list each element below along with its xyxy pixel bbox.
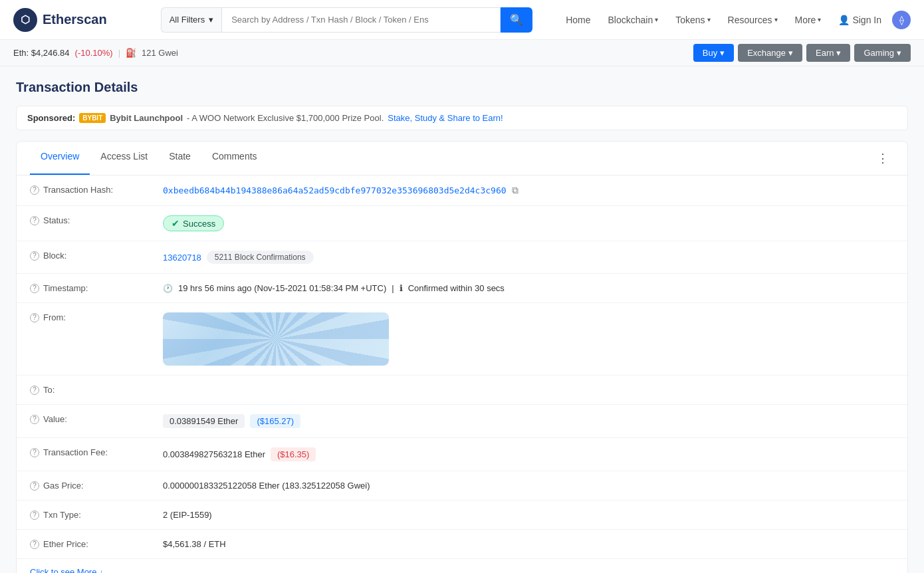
help-icon[interactable]: ?: [30, 415, 39, 424]
nav-more[interactable]: More ▾: [788, 11, 828, 29]
help-icon[interactable]: ?: [30, 511, 39, 520]
status-row: ? Status: ✔ Success: [17, 206, 907, 241]
chevron-down-icon: ▾: [774, 16, 778, 23]
exchange-button[interactable]: Exchange ▾: [738, 44, 802, 62]
to-label: ? To:: [30, 385, 163, 395]
logo-text: Etherscan: [43, 12, 107, 27]
help-icon[interactable]: ?: [30, 185, 39, 195]
help-icon[interactable]: ?: [30, 448, 39, 457]
value-label: ? Value:: [30, 414, 163, 424]
tx-hash-label: ? Transaction Hash:: [30, 185, 163, 195]
nav-blockchain[interactable]: Blockchain ▾: [602, 11, 665, 29]
help-icon[interactable]: ?: [30, 284, 39, 293]
timestamp-label: ? Timestamp:: [30, 283, 163, 293]
status-label: ? Status:: [30, 215, 163, 225]
logo-icon: ⬡: [13, 8, 37, 32]
ethereum-icon: ⟠: [892, 11, 911, 29]
eth-price: Eth: $4,246.84: [13, 48, 70, 58]
chevron-down-icon: ▾: [655, 16, 658, 23]
search-area: All Filters ▾ 🔍: [161, 7, 532, 33]
status-value: ✔ Success: [163, 215, 224, 231]
earn-button[interactable]: Earn ▾: [806, 44, 850, 62]
gas-price-label: ? Gas Price:: [30, 481, 163, 491]
tx-fee-row: ? Transaction Fee: 0.003849827563218 Eth…: [17, 438, 907, 471]
sponsor-company: Bybit Launchpool: [110, 113, 183, 123]
chevron-down-icon: ▾: [720, 48, 725, 58]
check-icon: ✔: [172, 218, 179, 229]
page-title: Transaction Details: [16, 80, 138, 95]
tab-state[interactable]: State: [158, 142, 201, 175]
block-value: 13620718 5211 Block Confirmations: [163, 251, 314, 264]
search-input[interactable]: [221, 7, 501, 33]
nav-tokens[interactable]: Tokens ▾: [669, 11, 717, 29]
sponsor-cta[interactable]: Stake, Study & Share to Earn!: [388, 113, 503, 123]
block-row: ? Block: 13620718 5211 Block Confirmatio…: [17, 241, 907, 274]
help-icon[interactable]: ?: [30, 216, 39, 225]
chevron-down-icon: ▾: [788, 48, 793, 58]
chevron-down-icon: ▾: [836, 48, 841, 58]
buy-button[interactable]: Buy ▾: [693, 44, 734, 62]
transaction-card: Overview Access List State Comments ⋮ ? …: [16, 141, 908, 573]
search-button[interactable]: 🔍: [501, 7, 532, 33]
filter-dropdown[interactable]: All Filters ▾: [161, 7, 221, 33]
ether-price-value: $4,561.38 / ETH: [163, 539, 226, 549]
page-title-row: Transaction Details: [16, 80, 908, 95]
main-content: Transaction Details Sponsored: BYBIT Byb…: [0, 66, 924, 573]
blur-visual: [163, 312, 389, 366]
gas-icon: ⛽: [126, 48, 136, 58]
tx-hash-value: 0xbeedb684b44b194388e86a64a52ad59cdbfe97…: [163, 185, 519, 196]
timestamp-row: ? Timestamp: 🕐 19 hrs 56 mins ago (Nov-1…: [17, 274, 907, 303]
gaming-button[interactable]: Gaming ▾: [854, 44, 911, 62]
sign-in-link[interactable]: 👤 Sign In: [832, 11, 888, 29]
logo[interactable]: ⬡ Etherscan: [13, 8, 107, 32]
from-row: ? From:: [17, 303, 907, 376]
from-label: ? From:: [30, 312, 163, 322]
click-to-see-more[interactable]: Click to see More ↓: [17, 559, 907, 573]
clock-icon: 🕐: [163, 284, 173, 293]
block-number-link[interactable]: 13620718: [163, 253, 201, 263]
nav: Home Blockchain ▾ Tokens ▾ Resources ▾ M…: [559, 11, 911, 29]
tab-access-list[interactable]: Access List: [90, 142, 158, 175]
block-label: ? Block:: [30, 251, 163, 261]
help-icon[interactable]: ?: [30, 540, 39, 549]
gwei-label: 121 Gwei: [142, 48, 178, 58]
sponsor-desc: - A WOO Network Exclusive $1,700,000 Pri…: [187, 113, 384, 123]
header: ⬡ Etherscan All Filters ▾ 🔍 Home Blockch…: [0, 0, 924, 40]
tx-fee-value: 0.003849827563218 Ether ($16.35): [163, 447, 316, 461]
value-usd-badge: ($165.27): [250, 414, 300, 428]
user-icon: 👤: [838, 15, 850, 25]
chevron-down-icon: ▾: [818, 16, 821, 23]
value-row: ? Value: 0.03891549 Ether ($165.27): [17, 405, 907, 438]
help-icon[interactable]: ?: [30, 481, 39, 491]
tabs: Overview Access List State Comments ⋮: [17, 142, 907, 175]
bybit-logo: BYBIT: [79, 113, 106, 123]
chevron-down-icon: ▾: [897, 48, 901, 58]
from-value: [163, 312, 389, 366]
help-icon[interactable]: ?: [30, 251, 39, 261]
timestamp-value: 🕐 19 hrs 56 mins ago (Nov-15-2021 01:58:…: [163, 283, 505, 293]
action-buttons: Buy ▾ Exchange ▾ Earn ▾ Gaming ▾: [693, 44, 911, 62]
arrow-down-icon: ↓: [99, 567, 104, 573]
sub-header: Eth: $4,246.84 (-10.10%) | ⛽ 121 Gwei Bu…: [0, 40, 924, 66]
tab-overview[interactable]: Overview: [30, 142, 90, 175]
nav-home[interactable]: Home: [559, 11, 597, 29]
confirm-icon: ℹ: [400, 283, 403, 293]
nav-resources[interactable]: Resources ▾: [721, 11, 784, 29]
help-icon[interactable]: ?: [30, 386, 39, 395]
sponsored-bar: Sponsored: BYBIT Bybit Launchpool - A WO…: [16, 106, 908, 130]
chevron-down-icon: ▾: [209, 15, 213, 25]
value-eth-badge: 0.03891549 Ether: [163, 414, 245, 428]
chevron-down-icon: ▾: [707, 16, 711, 23]
ether-price-row: ? Ether Price: $4,561.38 / ETH: [17, 530, 907, 559]
tab-comments[interactable]: Comments: [201, 142, 268, 175]
tabs-more-button[interactable]: ⋮: [871, 142, 894, 175]
tx-hash: 0xbeedb684b44b194388e86a64a52ad59cdbfe97…: [163, 185, 507, 195]
eth-change: (-10.10%): [75, 48, 113, 58]
help-icon[interactable]: ?: [30, 313, 39, 322]
status-badge: ✔ Success: [163, 215, 224, 231]
copy-icon[interactable]: ⧉: [512, 185, 519, 196]
tx-fee-label: ? Transaction Fee:: [30, 447, 163, 457]
to-row: ? To:: [17, 376, 907, 405]
txn-type-value: 2 (EIP-1559): [163, 510, 212, 520]
ether-price-label: ? Ether Price:: [30, 539, 163, 549]
